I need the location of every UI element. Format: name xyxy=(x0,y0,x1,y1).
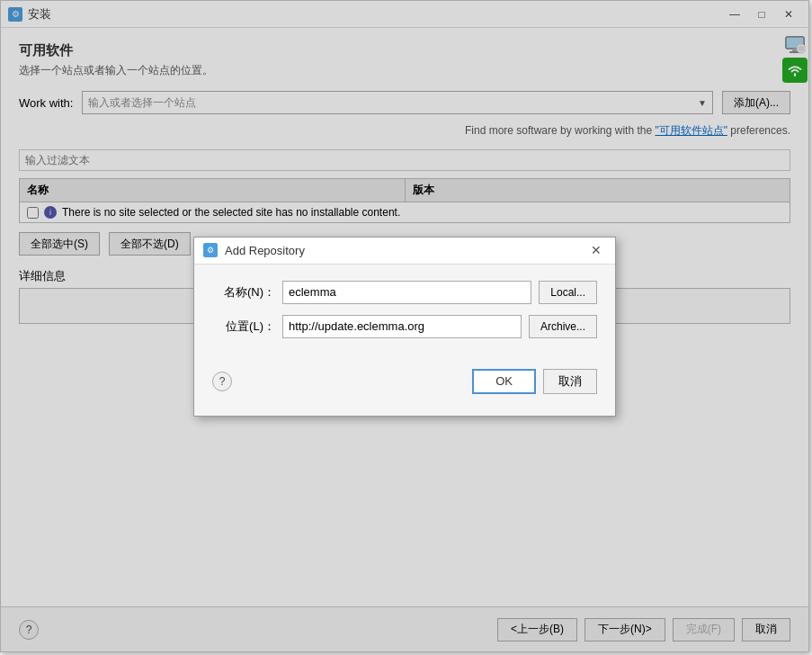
dialog-location-label: 位置(L)： xyxy=(212,319,275,335)
dialog-location-row: 位置(L)： Archive... xyxy=(212,315,597,338)
dialog-title: Add Repository xyxy=(225,244,305,257)
dialog-cancel-button[interactable]: 取消 xyxy=(543,369,597,394)
archive-button[interactable]: Archive... xyxy=(529,315,597,338)
dialog-name-input[interactable] xyxy=(282,281,531,304)
dialog-title-bar: ⚙ Add Repository ✕ xyxy=(194,238,615,265)
dialog-name-row: 名称(N)： Local... xyxy=(212,281,597,304)
ok-button[interactable]: OK xyxy=(472,369,536,394)
dialog-icon: ⚙ xyxy=(203,243,218,257)
dialog-location-input[interactable] xyxy=(282,315,522,338)
add-repository-dialog: ⚙ Add Repository ✕ 名称(N)： Local... 位置(L)… xyxy=(193,237,616,417)
dialog-footer: ? OK 取消 xyxy=(194,362,615,408)
modal-overlay: ⚙ Add Repository ✕ 名称(N)： Local... 位置(L)… xyxy=(1,1,808,651)
dialog-close-button[interactable]: ✕ xyxy=(586,240,606,260)
dialog-title-left: ⚙ Add Repository xyxy=(203,243,305,257)
dialog-help-button[interactable]: ? xyxy=(212,372,232,391)
dialog-action-buttons: OK 取消 xyxy=(472,369,597,394)
main-window: ⚙ 安装 — □ ✕ xyxy=(0,0,809,652)
dialog-body: 名称(N)： Local... 位置(L)： Archive... xyxy=(194,265,615,362)
dialog-name-label: 名称(N)： xyxy=(212,284,275,301)
local-button[interactable]: Local... xyxy=(539,281,597,304)
